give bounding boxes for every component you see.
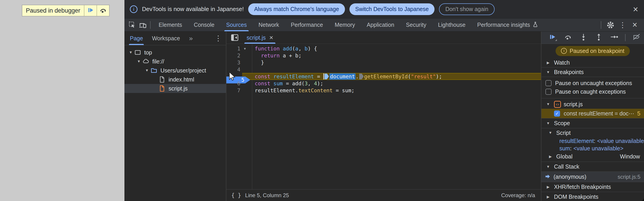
chevron-right-icon[interactable]: ▶ — [545, 60, 551, 65]
chevron-right-icon[interactable]: ▶ — [545, 195, 551, 199]
tab-page[interactable]: Page — [130, 32, 143, 45]
chevron-down-icon[interactable]: ▼ — [545, 102, 551, 106]
code-line-2[interactable]: 2 return a + b; — [226, 52, 541, 59]
always-match-language-button[interactable]: Always match Chrome's language — [248, 4, 345, 15]
code-line-7[interactable]: 7resultElement.textContent = sum; — [226, 87, 541, 94]
tab-security[interactable]: Security — [400, 18, 432, 31]
scope-variable[interactable]: sum: <value unavailable> — [542, 145, 644, 152]
step-icon[interactable] — [610, 33, 618, 42]
call-stack-frame[interactable]: (anonymous) script.js:5 — [542, 172, 644, 182]
code-line-4[interactable]: 4 — [226, 66, 541, 73]
pause-uncaught-checkbox[interactable] — [546, 80, 552, 86]
chevron-down-icon[interactable]: ▼ — [144, 68, 150, 72]
tab-lighthouse[interactable]: Lighthouse — [432, 18, 471, 31]
step-over-icon[interactable] — [564, 33, 572, 42]
code-token: = — [314, 74, 323, 80]
code-area[interactable]: 1▼function add(a, b) {2 return a + b;3 }… — [226, 44, 541, 189]
tab-memory[interactable]: Memory — [329, 18, 361, 31]
code-token: ( — [408, 74, 411, 80]
tree-item-file[interactable]: ▼file:// — [124, 57, 226, 66]
code-line-1[interactable]: 1▼function add(a, b) { — [226, 45, 541, 52]
chevron-down-icon[interactable]: ▼ — [128, 50, 134, 54]
section-watch[interactable]: ▶ Watch — [542, 58, 644, 67]
breakpoint-file-row[interactable]: ▼ ‹› script.js — [542, 100, 644, 109]
chevron-down-icon[interactable]: ▼ — [545, 165, 551, 169]
tree-item-top[interactable]: ▼top — [124, 48, 226, 57]
tree-item-users-user-project[interactable]: ▼Users/user/project — [124, 66, 226, 75]
tree-item-label: Users/user/project — [160, 67, 206, 74]
code-line-3[interactable]: 3 } — [226, 59, 541, 66]
line-number[interactable]: 3 — [226, 60, 242, 66]
file-tree: ▼top▼file://▼Users/user/projectindex.htm… — [124, 45, 226, 93]
step-into-icon[interactable] — [579, 33, 588, 42]
pretty-print-icon[interactable]: { } — [231, 192, 241, 198]
navigator-more-options-icon[interactable]: ⋮ — [215, 34, 222, 42]
tree-item-script-js[interactable]: script.js — [124, 84, 226, 93]
step-out-icon[interactable] — [594, 33, 603, 42]
code-token: = add( — [283, 80, 305, 86]
tab-label: Performance — [291, 22, 323, 28]
chevron-down-icon[interactable]: ▼ — [545, 70, 551, 74]
breakpoint-checkbox[interactable]: ✓ — [554, 110, 560, 116]
scope-script-row[interactable]: ▼ Script — [542, 128, 644, 137]
settings-gear-icon[interactable] — [605, 20, 616, 30]
tab-console[interactable]: Console — [188, 18, 220, 31]
continue-to-here-marker-icon[interactable] — [359, 74, 364, 80]
inspect-element-icon[interactable] — [127, 20, 138, 30]
tab-performance-insights[interactable]: Performance insights — [472, 18, 544, 31]
switch-to-japanese-button[interactable]: Switch DevTools to Japanese — [350, 4, 435, 15]
info-icon: i — [130, 6, 138, 13]
deactivate-breakpoints-icon[interactable] — [632, 33, 641, 42]
pause-caught-checkbox[interactable] — [546, 89, 552, 95]
continue-to-here-marker-icon[interactable] — [324, 74, 329, 80]
chevron-right-icon[interactable]: ▶ — [547, 154, 554, 159]
devtools-close-icon[interactable]: × — [630, 20, 640, 30]
more-options-icon[interactable]: ⋮ — [618, 20, 628, 30]
section-scope[interactable]: ▼ Scope — [542, 118, 644, 128]
line-number[interactable]: 2 — [226, 53, 242, 58]
breakpoint-entry[interactable]: ✓ const resultElement = doc⋯ 5 — [542, 109, 644, 118]
paused-in-debugger-label: Paused in debugger — [22, 5, 84, 16]
tab-network[interactable]: Network — [253, 18, 285, 31]
line-number[interactable]: 1 — [226, 46, 242, 52]
code-text — [252, 66, 541, 73]
tab-elements[interactable]: Elements — [153, 18, 188, 31]
frame-name: (anonymous) — [554, 174, 586, 180]
pause-caught-row[interactable]: Pause on caught exceptions — [542, 87, 644, 96]
code-token: ( — [292, 46, 295, 52]
paused-message: Paused on breakpoint — [570, 48, 624, 54]
code-line-6[interactable]: 6const sum = add(3, 4); — [226, 80, 541, 87]
section-breakpoints[interactable]: ▼ Breakpoints — [542, 67, 644, 77]
code-line-5[interactable]: 5const resultElement = document.getEleme… — [226, 73, 541, 80]
toggle-device-toolbar-icon[interactable] — [138, 20, 148, 30]
tab-close-icon[interactable]: × — [269, 34, 274, 42]
section-xhr-breakpoints[interactable]: ▶ XHR/fetch Breakpoints — [542, 182, 644, 192]
infobar-close-icon[interactable]: × — [633, 5, 638, 14]
overlay-resume-button[interactable] — [84, 5, 96, 16]
section-call-stack[interactable]: ▼ Call Stack — [542, 162, 644, 172]
tab-performance[interactable]: Performance — [285, 18, 329, 31]
chevron-down-icon[interactable]: ▼ — [136, 60, 142, 64]
cloud-icon — [142, 58, 150, 65]
overlay-step-over-button[interactable] — [96, 5, 109, 16]
hide-navigator-icon[interactable] — [230, 32, 240, 43]
section-dom-breakpoints[interactable]: ▶ DOM Breakpoints — [542, 192, 644, 201]
tab-sources[interactable]: Sources — [220, 18, 253, 31]
editor-tab-scriptjs[interactable]: script.js × — [244, 32, 276, 44]
chevron-down-icon[interactable]: ▼ — [545, 121, 551, 125]
fold-marker-icon[interactable]: ▼ — [242, 47, 252, 50]
pause-uncaught-row[interactable]: Pause on uncaught exceptions — [542, 79, 644, 87]
dont-show-again-button[interactable]: Don't show again — [439, 4, 494, 15]
scope-global-row[interactable]: ▶ Global Window — [542, 152, 644, 161]
separator: : — [570, 145, 572, 152]
chevron-right-icon[interactable]: ▶ — [545, 185, 551, 189]
line-number[interactable]: 7 — [226, 88, 242, 94]
tab-workspace[interactable]: Workspace — [152, 32, 180, 45]
more-tabs-icon[interactable]: » — [189, 34, 193, 42]
chevron-down-icon[interactable]: ▼ — [547, 131, 554, 135]
tab-application[interactable]: Application — [361, 18, 400, 31]
resume-script-icon[interactable] — [548, 33, 557, 42]
tree-item-index-html[interactable]: index.html — [124, 75, 226, 84]
scope-variable[interactable]: resultElement: <value unavailable> — [542, 137, 644, 145]
code-token: textContent — [298, 88, 332, 94]
